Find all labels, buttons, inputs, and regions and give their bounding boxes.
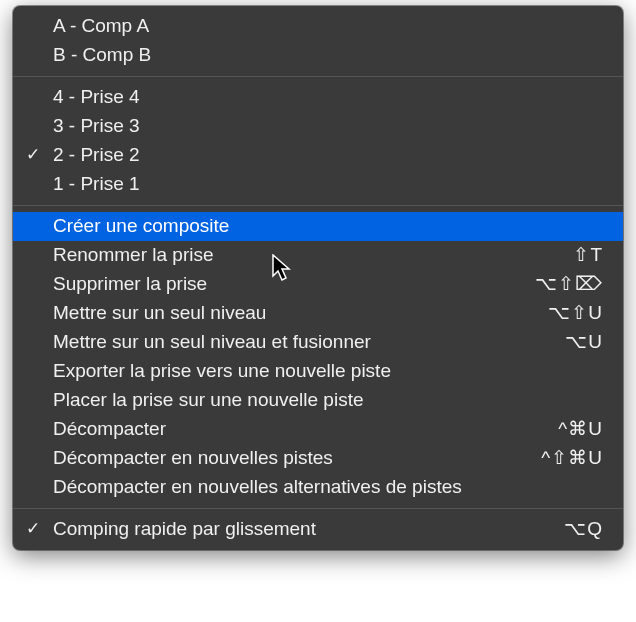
menu-item-delete-take[interactable]: Supprimer la prise ⌥⇧⌦ (13, 270, 623, 299)
menu-item-prise-3[interactable]: 3 - Prise 3 (13, 112, 623, 141)
menu-item-quick-swipe-comping[interactable]: ✓ Comping rapide par glissement ⌥Q (13, 515, 623, 544)
menu-item-unpack[interactable]: Décompacter ^⌘U (13, 415, 623, 444)
keyboard-shortcut: ⌥⇧U (548, 302, 603, 325)
keyboard-shortcut: ^⌘U (558, 418, 603, 441)
menu-item-comp-b[interactable]: B - Comp B (13, 41, 623, 70)
menu-item-unpack-new-tracks[interactable]: Décompacter en nouvelles pistes ^⇧⌘U (13, 444, 623, 473)
menu-item-create-composite[interactable]: Créer une composite (13, 212, 623, 241)
menu-item-label: Comping rapide par glissement (53, 518, 544, 541)
menu-item-prise-2[interactable]: ✓ 2 - Prise 2 (13, 141, 623, 170)
menu-separator (13, 508, 623, 509)
menu-item-unpack-track-alternatives[interactable]: Décompacter en nouvelles alternatives de… (13, 473, 623, 502)
menu-item-label: Décompacter en nouvelles pistes (53, 447, 521, 470)
menu-item-flatten[interactable]: Mettre sur un seul niveau ⌥⇧U (13, 299, 623, 328)
menu-item-export-new-track[interactable]: Exporter la prise vers une nouvelle pist… (13, 357, 623, 386)
menu-item-label: 4 - Prise 4 (53, 86, 603, 109)
menu-item-move-new-track[interactable]: Placer la prise sur une nouvelle piste (13, 386, 623, 415)
menu-item-label: Placer la prise sur une nouvelle piste (53, 389, 583, 412)
menu-item-label: Supprimer la prise (53, 273, 515, 296)
menu-separator (13, 76, 623, 77)
keyboard-shortcut: ⌥U (565, 331, 603, 354)
menu-item-label: Décompacter en nouvelles alternatives de… (53, 476, 583, 499)
menu-item-label: 2 - Prise 2 (53, 144, 603, 167)
menu-item-label: Décompacter (53, 418, 538, 441)
menu-item-prise-1[interactable]: 1 - Prise 1 (13, 170, 623, 199)
menu-item-prise-4[interactable]: 4 - Prise 4 (13, 83, 623, 112)
keyboard-shortcut: ⌥Q (564, 518, 603, 541)
menu-item-label: B - Comp B (53, 44, 603, 67)
context-menu: A - Comp A B - Comp B 4 - Prise 4 3 - Pr… (13, 6, 623, 550)
keyboard-shortcut: ⌥⇧⌦ (535, 273, 603, 296)
menu-item-comp-a[interactable]: A - Comp A (13, 12, 623, 41)
menu-item-label: Mettre sur un seul niveau et fusionner (53, 331, 545, 354)
menu-item-label: 1 - Prise 1 (53, 173, 603, 196)
menu-item-label: Créer une composite (53, 215, 583, 238)
menu-separator (13, 205, 623, 206)
menu-item-flatten-merge[interactable]: Mettre sur un seul niveau et fusionner ⌥… (13, 328, 623, 357)
checkmark-icon: ✓ (13, 145, 53, 165)
menu-item-label: Mettre sur un seul niveau (53, 302, 528, 325)
checkmark-icon: ✓ (13, 519, 53, 539)
menu-item-label: Exporter la prise vers une nouvelle pist… (53, 360, 583, 383)
menu-item-label: 3 - Prise 3 (53, 115, 603, 138)
menu-item-label: A - Comp A (53, 15, 603, 38)
menu-item-rename-take[interactable]: Renommer la prise ⇧T (13, 241, 623, 270)
menu-item-label: Renommer la prise (53, 244, 553, 267)
keyboard-shortcut: ^⇧⌘U (541, 447, 603, 470)
keyboard-shortcut: ⇧T (573, 244, 603, 267)
